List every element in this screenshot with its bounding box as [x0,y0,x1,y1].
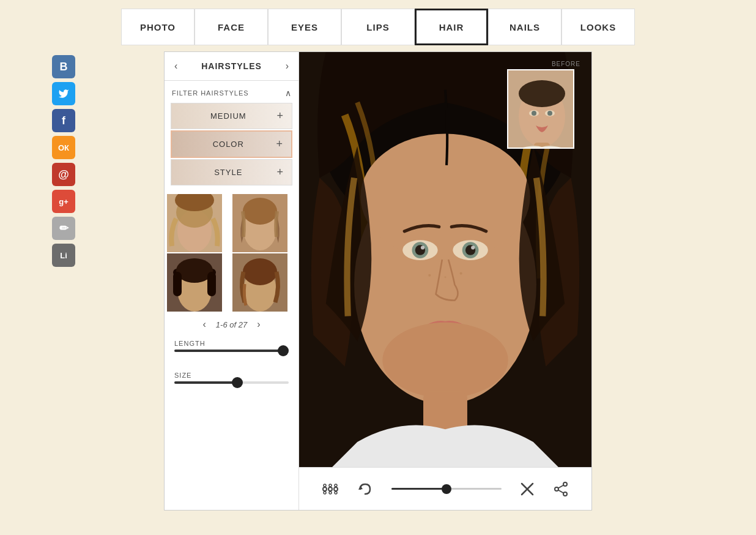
svg-point-47 [324,492,326,494]
opacity-slider [391,488,502,490]
svg-point-48 [329,492,332,494]
bottom-toolbar [299,467,591,510]
hairstyles-header: ‹ HAIRSTYLES › [165,52,298,81]
tab-looks[interactable]: LOOKS [561,9,635,45]
social-btn-twitter[interactable] [52,82,75,105]
share-button[interactable] [553,481,569,497]
svg-point-44 [324,484,326,487]
svg-rect-40 [534,143,550,149]
opacity-slider-fill [391,488,447,490]
pagination: ‹ 1-6 of 27 › [165,314,298,335]
svg-rect-12 [207,272,216,296]
svg-point-53 [563,482,567,486]
social-btn-vk[interactable]: В [52,55,75,78]
length-slider-thumb[interactable] [278,345,289,356]
hairstyle-thumb-2[interactable] [232,194,287,252]
svg-line-56 [558,485,564,488]
opacity-slider-thumb[interactable] [442,484,451,494]
svg-point-42 [328,487,332,491]
social-btn-li[interactable]: Li [52,244,75,267]
social-btn-facebook[interactable]: f [52,109,75,132]
tab-hair[interactable]: HAIR [415,9,488,45]
hairstyles-title: HAIRSTYLES [201,61,262,71]
svg-point-35 [519,80,565,107]
nav-tabs: PHOTO FACE EYES LIPS HAIR NAILS LOOKS [0,0,756,45]
page-info: 1-6 of 27 [216,320,247,329]
svg-line-57 [558,490,564,493]
tab-eyes[interactable]: EYES [268,9,341,45]
before-thumbnail[interactable] [507,69,574,149]
prev-hairstyle-button[interactable]: ‹ [172,61,180,72]
opacity-slider-track [391,488,502,490]
panel-container: ‹ HAIRSTYLES › FILTER HAIRSTYLES ∧ MEDIU… [164,51,592,511]
before-label: BEFORE [552,61,583,67]
photo-area: BEFORE [299,52,591,467]
filter-medium-label: MEDIUM [180,111,276,121]
filter-medium[interactable]: MEDIUM + [171,103,292,129]
social-sidebar: В f ОК @ g+ ✏ Li [52,55,75,267]
before-section: BEFORE [552,61,583,69]
svg-point-41 [323,487,327,491]
svg-point-27 [471,245,475,249]
size-slider-track [174,381,289,384]
filter-style-label: STYLE [180,168,276,177]
right-panel: BEFORE [299,52,591,510]
filter-style-plus-icon: + [276,166,283,179]
svg-point-32 [444,276,446,278]
hairstyle-thumb-4[interactable] [232,253,287,312]
svg-point-28 [382,323,508,398]
social-btn-pen[interactable]: ✏ [52,217,75,240]
prev-page-button[interactable]: ‹ [203,319,206,330]
svg-point-39 [547,111,552,116]
svg-point-54 [563,492,567,496]
filter-color-plus-icon: + [276,138,283,151]
svg-point-43 [334,487,338,491]
svg-point-15 [243,258,277,285]
svg-point-55 [555,487,558,491]
filter-header: FILTER HAIRSTYLES ∧ [171,86,292,103]
next-hairstyle-button[interactable]: › [283,61,291,72]
length-slider-track [174,350,289,352]
size-label: SIZE [174,372,289,379]
tab-photo[interactable]: PHOTO [121,9,195,45]
filter-section: FILTER HAIRSTYLES ∧ MEDIUM + COLOR + STY… [165,81,298,192]
svg-point-45 [329,484,332,487]
filter-label: FILTER HAIRSTYLES [172,89,249,97]
svg-point-26 [421,245,424,249]
svg-point-46 [335,484,337,487]
tab-nails[interactable]: NAILS [488,9,561,45]
social-btn-gplus[interactable]: g+ [52,190,75,213]
svg-rect-11 [173,272,182,296]
hairstyle-thumb-1[interactable] [167,194,222,252]
undo-button[interactable] [357,481,373,497]
tab-face[interactable]: FACE [195,9,268,45]
filter-color[interactable]: COLOR + [171,130,292,158]
close-button[interactable] [520,482,535,496]
filter-toggle-icon[interactable]: ∧ [285,88,291,98]
size-slider-thumb[interactable] [232,377,243,388]
left-panel: ‹ HAIRSTYLES › FILTER HAIRSTYLES ∧ MEDIU… [165,52,299,510]
thumbnails-grid [165,192,298,314]
social-btn-ok[interactable]: ОК [52,136,75,159]
size-slider-section: SIZE [165,367,298,398]
length-label: LENGTH [174,340,289,347]
filter-style[interactable]: STYLE + [171,159,292,185]
svg-point-38 [532,111,536,116]
svg-point-19 [360,134,530,260]
length-slider-fill [174,350,283,352]
tab-lips[interactable]: LIPS [341,9,415,45]
svg-marker-50 [358,485,363,490]
svg-point-31 [460,272,462,275]
size-slider-fill [174,381,237,384]
filter-medium-plus-icon: + [276,110,283,122]
svg-point-49 [335,492,337,494]
length-slider-section: LENGTH [165,335,298,367]
svg-point-6 [243,198,277,225]
svg-point-30 [428,274,431,277]
adjust-button[interactable] [322,481,339,498]
hairstyle-thumb-3[interactable] [167,253,222,312]
next-page-button[interactable]: › [257,319,260,330]
social-btn-mail[interactable]: @ [52,163,75,186]
filter-color-label: COLOR [180,140,276,149]
